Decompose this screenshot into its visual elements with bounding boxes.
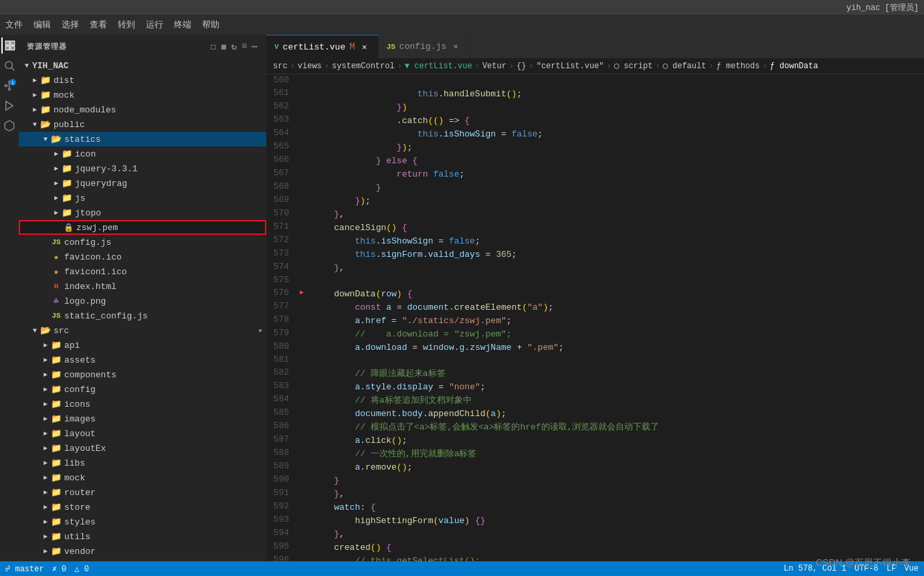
sidebar-item-assets[interactable]: ► 📁 assets (19, 353, 266, 367)
tab-configjs-close[interactable]: ✕ (450, 41, 461, 52)
tree-root[interactable]: ▼ YIH_NAC (19, 58, 266, 73)
sidebar-item-config[interactable]: ► 📁 config (19, 382, 266, 397)
menu-view[interactable]: 查看 (90, 19, 107, 31)
folder-icon: 📁 (62, 193, 72, 203)
sidebar-item-store[interactable]: ► 📁 store (19, 500, 266, 514)
sidebar-item-config-js[interactable]: JS config.js (19, 235, 266, 250)
menu-run[interactable]: 运行 (146, 19, 163, 31)
sidebar-title: 资源管理器 (27, 41, 68, 52)
sidebar-item-jtopo[interactable]: ► 📁 jtopo (19, 205, 266, 220)
tab-certlist[interactable]: V certList.vue M ✕ (266, 35, 379, 58)
folder-icon: 📁 (40, 75, 51, 86)
status-branch[interactable]: ☍ master (5, 564, 44, 574)
sidebar-item-mock[interactable]: ► 📁 mock (19, 88, 266, 102)
bc-certlist-str[interactable]: "certList.vue" (537, 62, 604, 71)
status-errors[interactable]: ✗ 0 (52, 564, 67, 574)
tab-certlist-close[interactable]: ✕ (359, 41, 370, 52)
code-line-593: 593 highSettingForm(value) {} (266, 514, 924, 527)
assets-arrow: ► (40, 355, 51, 365)
bc-views[interactable]: views (298, 62, 322, 71)
status-warnings[interactable]: △ 0 (74, 564, 89, 574)
code-line-582: 582 // 障眼法藏起来a标签 (266, 367, 924, 380)
activity-debug[interactable] (1, 98, 17, 114)
breadcrumb: src › views › systemControl › ▼ certList… (266, 58, 924, 74)
folder-icon: 📁 (51, 399, 62, 409)
sidebar-item-images[interactable]: ► 📁 images (19, 411, 266, 426)
git-badge: 1 (9, 79, 16, 86)
menu-edit[interactable]: 编辑 (33, 19, 51, 31)
sidebar-item-libs[interactable]: ► 📁 libs (19, 456, 266, 470)
tab-configjs[interactable]: JS config.js ✕ (379, 35, 470, 58)
status-position[interactable]: Ln 578, Col 1 (783, 564, 846, 573)
user-label: yih_nac [管理员] (846, 2, 919, 13)
activity-git[interactable]: 1 (1, 78, 17, 94)
sidebar-content: ▼ YIH_NAC ► 📁 dist ► 📁 mock ► 📁 node_mod… (19, 58, 266, 561)
bc-src[interactable]: src (273, 62, 288, 71)
folder-icon: 📁 (51, 472, 62, 483)
svg-point-4 (5, 62, 13, 69)
bc-certlist-vue[interactable]: ▼ certList.vue (405, 62, 472, 71)
activity-search[interactable] (1, 58, 17, 74)
menu-help[interactable]: 帮助 (202, 19, 219, 31)
sidebar-item-static-config-js[interactable]: JS static_config.js (19, 308, 266, 323)
code-line-562: 562 }) (266, 100, 924, 114)
sidebar-item-src[interactable]: ▼ 📂 src ● (19, 323, 266, 338)
sidebar-item-icons[interactable]: ► 📁 icons (19, 397, 266, 411)
sidebar-item-mock2[interactable]: ► 📁 mock (19, 470, 266, 485)
sidebar-item-zswj-pem[interactable]: 🔒 zswj.pem (19, 220, 266, 235)
new-file-icon[interactable]: ◻ (210, 41, 217, 52)
bc-braces[interactable]: {} (517, 62, 526, 71)
sidebar-item-statics[interactable]: ▼ 📂 statics (19, 132, 266, 147)
code-line-569: 569 }); (266, 194, 924, 207)
menu-goto[interactable]: 转到 (118, 19, 135, 31)
menu-select[interactable]: 选择 (62, 19, 79, 31)
code-line-570: 570 }, (266, 207, 924, 221)
code-line-572: 572 this.isShowSign = false; (266, 234, 924, 248)
sidebar-item-api[interactable]: ► 📁 api (19, 338, 266, 353)
tabs-bar: V certList.vue M ✕ JS config.js ✕ (266, 35, 924, 58)
bc-script[interactable]: ◯ script (614, 61, 653, 71)
bc-systemcontrol[interactable]: systemControl (332, 62, 395, 71)
sidebar-item-styles[interactable]: ► 📁 styles (19, 514, 266, 529)
sidebar-item-icon[interactable]: ► 📁 icon (19, 147, 266, 161)
sidebar-item-jquery[interactable]: ► 📁 jquery-3.3.1 (19, 161, 266, 176)
sidebar-item-layoutex[interactable]: ► 📁 layoutEx (19, 441, 266, 456)
sidebar-item-components[interactable]: ► 📁 components (19, 367, 266, 382)
ut-arrow: ► (40, 531, 51, 542)
more-icon[interactable]: ⋯ (252, 41, 258, 52)
refresh-icon[interactable]: ↻ (231, 41, 238, 52)
code-line-590: 590 } (266, 474, 924, 487)
sidebar-item-public[interactable]: ▼ 📂 public (19, 117, 266, 132)
code-editor[interactable]: 560 561 this.handleSubmit(); 562 }) (266, 74, 924, 561)
sidebar-item-layout[interactable]: ► 📁 layout (19, 426, 266, 441)
sidebar-item-favicon[interactable]: ★ favicon.ico (19, 250, 266, 264)
activity-explorer[interactable] (1, 37, 17, 54)
sidebar-item-index-html[interactable]: H index.html (19, 279, 266, 294)
sidebar-item-node-modules[interactable]: ► 📁 node_modules (19, 102, 266, 117)
jt-arrow: ► (51, 207, 62, 218)
sidebar-item-vendor[interactable]: ► 📁 vendor (19, 544, 266, 559)
bc-vetur[interactable]: Vetur (482, 62, 506, 71)
sidebar-item-favicon1[interactable]: ★ favicon1.ico (19, 264, 266, 279)
code-line-567: 567 return false; (266, 167, 924, 181)
status-line-ending[interactable]: LF (887, 564, 896, 573)
sidebar-header: 资源管理器 ◻ ◼ ↻ ≡ ⋯ (19, 35, 266, 58)
sidebar-item-jquerydrag[interactable]: ► 📁 jquerydrag (19, 176, 266, 191)
collapse-icon[interactable]: ≡ (242, 41, 248, 52)
sidebar-item-dist[interactable]: ► 📁 dist (19, 73, 266, 88)
editor-area: V certList.vue M ✕ JS config.js ✕ src › … (266, 35, 924, 561)
sidebar-item-logo-png[interactable]: ☘ logo.png (19, 294, 266, 308)
sidebar-item-js[interactable]: ► 📁 js (19, 191, 266, 205)
activity-extensions[interactable] (1, 118, 17, 134)
mk2-arrow: ► (40, 472, 51, 483)
menu-terminal[interactable]: 终端 (174, 19, 191, 31)
bc-methods[interactable]: ƒ methods (717, 62, 760, 71)
new-folder-icon[interactable]: ◼ (221, 41, 227, 52)
sidebar-item-router[interactable]: ► 📁 router (19, 485, 266, 500)
status-language[interactable]: Vue (904, 564, 919, 573)
bc-downdata[interactable]: ƒ downData (770, 62, 818, 71)
sidebar-item-utils[interactable]: ► 📁 utils (19, 529, 266, 544)
menu-file[interactable]: 文件 (5, 19, 23, 31)
status-encoding[interactable]: UTF-8 (854, 564, 879, 573)
bc-default[interactable]: ◯ default (663, 61, 707, 71)
